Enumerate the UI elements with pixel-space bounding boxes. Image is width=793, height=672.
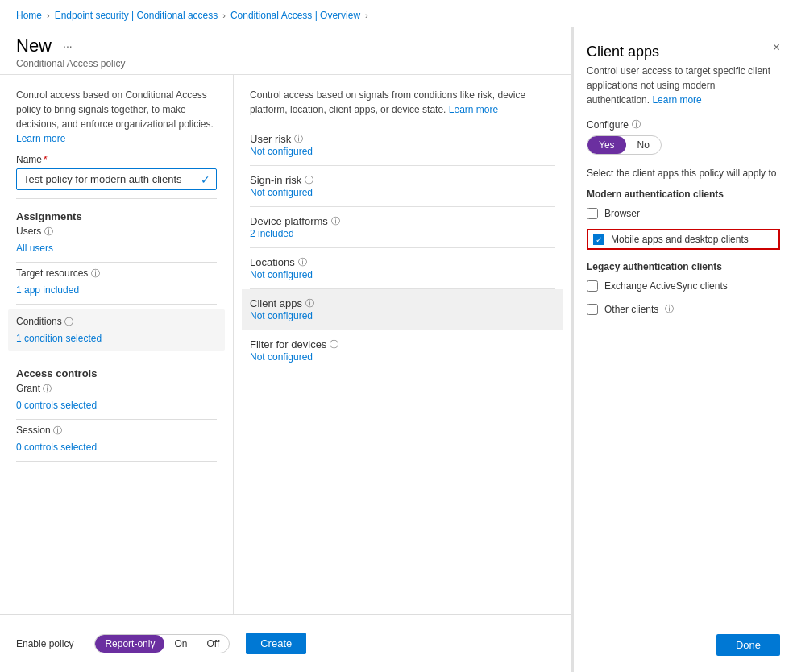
conditions-description: Control access based on signals from con… bbox=[250, 88, 555, 117]
close-button[interactable]: × bbox=[773, 40, 780, 55]
target-resources-value[interactable]: 1 app included bbox=[16, 284, 79, 296]
toggle-off[interactable]: Off bbox=[197, 635, 229, 653]
enable-policy-label: Enable policy bbox=[16, 638, 73, 649]
other-row: Other clients ⓘ bbox=[587, 301, 780, 317]
browser-label: Browser bbox=[604, 208, 640, 219]
configure-label: Configure ⓘ bbox=[587, 118, 780, 131]
conditions-info-icon[interactable]: ⓘ bbox=[64, 317, 73, 326]
bottom-bar: Enable policy Report-only On Off Create bbox=[0, 614, 571, 672]
toggle-on[interactable]: On bbox=[164, 635, 197, 653]
client-apps-row: Client apps ⓘ Not configured bbox=[242, 289, 563, 330]
page-subtitle: Conditional Access policy bbox=[16, 58, 555, 69]
conditions-label: Conditions ⓘ bbox=[16, 316, 217, 328]
session-value[interactable]: 0 controls selected bbox=[16, 442, 97, 453]
check-icon: ✓ bbox=[201, 173, 210, 186]
panel-title: Client apps bbox=[587, 44, 780, 60]
conditions-learn-more[interactable]: Learn more bbox=[449, 104, 498, 115]
browser-row: Browser bbox=[587, 206, 780, 221]
user-risk-info[interactable]: ⓘ bbox=[294, 133, 303, 145]
breadcrumb-endpoint[interactable]: Endpoint security | Conditional access bbox=[55, 10, 218, 21]
signin-risk-info[interactable]: ⓘ bbox=[305, 174, 313, 186]
more-options[interactable]: ··· bbox=[63, 39, 73, 52]
device-platforms-value[interactable]: 2 included bbox=[250, 228, 294, 239]
signin-risk-value[interactable]: Not configured bbox=[250, 187, 313, 198]
breadcrumb-overview[interactable]: Conditional Access | Overview bbox=[230, 10, 360, 21]
other-info-icon[interactable]: ⓘ bbox=[665, 303, 674, 315]
name-label: Name* bbox=[16, 154, 217, 165]
target-resources-label: Target resources ⓘ bbox=[16, 268, 217, 280]
toggle-report-only[interactable]: Report-only bbox=[95, 635, 164, 653]
panel-description: Control user access to target specific c… bbox=[587, 64, 780, 107]
client-apps-panel: Client apps × Control user access to tar… bbox=[572, 27, 793, 672]
legacy-auth-label: Legacy authentication clients bbox=[587, 261, 780, 272]
done-button[interactable]: Done bbox=[716, 634, 780, 656]
policy-toggle[interactable]: Report-only On Off bbox=[94, 634, 230, 653]
select-desc: Select the client apps this policy will … bbox=[587, 166, 780, 180]
users-value[interactable]: All users bbox=[16, 243, 53, 254]
users-info-icon[interactable]: ⓘ bbox=[44, 226, 53, 236]
users-label: Users ⓘ bbox=[16, 226, 217, 238]
yes-option[interactable]: Yes bbox=[587, 136, 626, 154]
page-title: New bbox=[16, 35, 52, 56]
learn-more-link[interactable]: Learn more bbox=[16, 133, 65, 144]
left-description: Control access based on Conditional Acce… bbox=[16, 88, 217, 146]
grant-label: Grant ⓘ bbox=[16, 383, 217, 395]
locations-info[interactable]: ⓘ bbox=[298, 256, 307, 268]
grant-value[interactable]: 0 controls selected bbox=[16, 400, 97, 411]
modern-auth-label: Modern authentication clients bbox=[587, 189, 780, 200]
device-platforms-info[interactable]: ⓘ bbox=[331, 215, 340, 227]
yes-no-toggle[interactable]: Yes No bbox=[587, 135, 662, 155]
grant-info-icon[interactable]: ⓘ bbox=[43, 384, 52, 393]
filter-devices-value[interactable]: Not configured bbox=[250, 351, 313, 363]
user-risk-value[interactable]: Not configured bbox=[250, 146, 313, 157]
panel-learn-more[interactable]: Learn more bbox=[652, 94, 701, 106]
mobile-label: Mobile apps and desktop clients bbox=[611, 234, 749, 245]
browser-checkbox[interactable] bbox=[587, 208, 598, 219]
client-apps-info[interactable]: ⓘ bbox=[305, 297, 314, 309]
configure-info-icon[interactable]: ⓘ bbox=[632, 118, 641, 131]
other-label: Other clients bbox=[604, 304, 658, 315]
signin-risk-row: Sign-in risk ⓘ Not configured bbox=[250, 166, 555, 207]
mobile-row: Mobile apps and desktop clients bbox=[587, 229, 780, 250]
policy-name-input[interactable] bbox=[16, 168, 217, 190]
device-platforms-row: Device platforms ⓘ 2 included bbox=[250, 207, 555, 248]
breadcrumb: Home › Endpoint security | Conditional a… bbox=[0, 0, 793, 27]
conditions-value[interactable]: 1 condition selected bbox=[16, 333, 102, 344]
session-info-icon[interactable]: ⓘ bbox=[53, 425, 62, 435]
locations-row: Locations ⓘ Not configured bbox=[250, 248, 555, 289]
filter-devices-row: Filter for devices ⓘ Not configured bbox=[250, 330, 555, 371]
filter-devices-info[interactable]: ⓘ bbox=[330, 338, 338, 351]
session-label: Session ⓘ bbox=[16, 425, 217, 437]
exchange-row: Exchange ActiveSync clients bbox=[587, 279, 780, 293]
no-option[interactable]: No bbox=[626, 136, 661, 154]
target-info-icon[interactable]: ⓘ bbox=[91, 268, 100, 278]
locations-value[interactable]: Not configured bbox=[250, 269, 313, 280]
exchange-label: Exchange ActiveSync clients bbox=[604, 280, 728, 292]
client-apps-value[interactable]: Not configured bbox=[250, 310, 313, 321]
mobile-checkbox[interactable] bbox=[593, 234, 604, 245]
exchange-checkbox[interactable] bbox=[587, 280, 598, 292]
assignments-label: Assignments bbox=[16, 210, 217, 222]
access-controls-label: Access controls bbox=[16, 367, 217, 380]
user-risk-row: User risk ⓘ Not configured bbox=[250, 125, 555, 166]
create-button[interactable]: Create bbox=[246, 633, 306, 654]
breadcrumb-home[interactable]: Home bbox=[16, 10, 42, 21]
other-checkbox[interactable] bbox=[587, 304, 598, 315]
